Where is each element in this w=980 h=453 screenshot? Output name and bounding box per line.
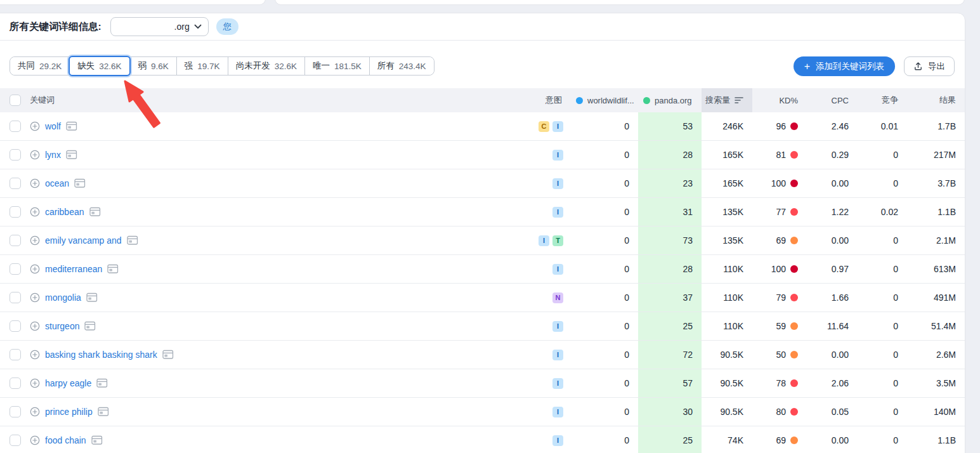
keyword-link[interactable]: emily vancamp and bbox=[45, 235, 122, 246]
row-checkbox[interactable] bbox=[10, 121, 21, 132]
intent-badge-I: I bbox=[552, 378, 563, 389]
row-checkbox[interactable] bbox=[10, 320, 21, 332]
filter-tab-尚未开发[interactable]: 尚未开发 32.6K bbox=[228, 57, 304, 75]
kd-difficulty-dot bbox=[790, 180, 798, 187]
domain-select[interactable]: .org bbox=[110, 17, 209, 36]
kd-difficulty-dot bbox=[790, 294, 798, 301]
competitor2-position: 25 bbox=[638, 312, 702, 340]
row-checkbox[interactable] bbox=[10, 378, 21, 389]
competitor1-dot bbox=[576, 97, 583, 104]
add-to-keyword-list-button[interactable]: + 添加到关键词列表 bbox=[794, 56, 895, 76]
serp-features-icon[interactable] bbox=[84, 321, 96, 331]
competitor2-position: 37 bbox=[638, 284, 702, 312]
row-checkbox[interactable] bbox=[10, 406, 21, 417]
filter-tab-所有[interactable]: 所有 243.4K bbox=[369, 57, 434, 75]
add-keyword-plus-icon[interactable] bbox=[30, 435, 40, 445]
intent-badges: I bbox=[535, 426, 571, 453]
keyword-link[interactable]: lynx bbox=[45, 150, 61, 160]
keyword-cell: basking shark basking shark bbox=[30, 341, 535, 369]
serp-features-icon[interactable] bbox=[127, 235, 138, 246]
serp-features-icon[interactable] bbox=[107, 264, 119, 274]
kd-value: 69 bbox=[776, 435, 786, 445]
masked-domain bbox=[117, 21, 174, 32]
add-keyword-plus-icon[interactable] bbox=[30, 350, 40, 360]
add-keyword-plus-icon[interactable] bbox=[30, 207, 40, 217]
serp-features-icon[interactable] bbox=[89, 207, 101, 217]
kd-cell: 100 bbox=[752, 169, 807, 197]
add-keyword-plus-icon[interactable] bbox=[30, 264, 40, 274]
intent-badge-I: I bbox=[552, 150, 563, 161]
add-keyword-plus-icon[interactable] bbox=[30, 292, 40, 303]
keyword-link[interactable]: caribbean bbox=[45, 207, 84, 217]
competition-column-header[interactable]: 竞争 bbox=[858, 88, 907, 112]
kd-cell: 59 bbox=[752, 312, 807, 340]
row-checkbox[interactable] bbox=[10, 149, 21, 161]
add-keyword-plus-icon[interactable] bbox=[30, 121, 40, 131]
intent-column-header: 意图 bbox=[535, 88, 571, 112]
serp-features-icon[interactable] bbox=[86, 292, 98, 303]
serp-features-icon[interactable] bbox=[162, 350, 174, 360]
export-button[interactable]: 导出 bbox=[904, 56, 955, 76]
table-row: emily vancamp and IT 0 73 135K 69 0.00 0… bbox=[0, 226, 965, 255]
select-all-checkbox[interactable] bbox=[10, 95, 21, 106]
serp-features-icon[interactable] bbox=[96, 378, 108, 388]
competitor1-column-header[interactable]: worldwildlif... bbox=[571, 88, 638, 112]
serp-features-icon[interactable] bbox=[66, 150, 77, 160]
competition-value: 0 bbox=[858, 426, 907, 453]
add-keyword-plus-icon[interactable] bbox=[30, 235, 40, 246]
table-row: mongolia N 0 37 110K 79 1.66 0 491M bbox=[0, 284, 965, 312]
cpc-value: 2.46 bbox=[807, 112, 858, 140]
row-checkbox[interactable] bbox=[10, 206, 21, 218]
add-keyword-plus-icon[interactable] bbox=[30, 150, 40, 160]
add-keyword-plus-icon[interactable] bbox=[30, 178, 40, 188]
cpc-column-header[interactable]: CPC bbox=[807, 88, 858, 112]
add-keyword-plus-icon[interactable] bbox=[30, 407, 40, 417]
row-checkbox[interactable] bbox=[10, 349, 21, 360]
row-checkbox[interactable] bbox=[10, 435, 21, 446]
kd-cell: 77 bbox=[752, 198, 807, 226]
kd-column-header[interactable]: KD% bbox=[752, 88, 807, 112]
table-row: sturgeon I 0 25 110K 59 11.64 0 51.4M bbox=[0, 312, 965, 341]
keyword-link[interactable]: basking shark basking shark bbox=[45, 350, 157, 360]
keyword-link[interactable]: harpy eagle bbox=[45, 378, 91, 388]
competition-value: 0 bbox=[858, 284, 907, 312]
keyword-link[interactable]: food chain bbox=[45, 435, 86, 445]
serp-features-icon[interactable] bbox=[74, 178, 86, 188]
keyword-column-header: 关键词 bbox=[30, 88, 535, 112]
row-checkbox-cell bbox=[0, 255, 30, 283]
filter-tab-弱[interactable]: 弱 9.6K bbox=[130, 57, 176, 75]
search-volume-value: 135K bbox=[702, 226, 752, 254]
toolbar: 共同 29.2K 缺失 32.6K 弱 9.6K 强 19.7K 尚未开发 32… bbox=[0, 41, 965, 88]
serp-features-icon[interactable] bbox=[98, 407, 109, 417]
keyword-cell: mongolia bbox=[30, 284, 535, 312]
table-body: wolf CI 0 53 246K 96 2.46 0.01 1.7B lynx… bbox=[0, 112, 965, 453]
keyword-link[interactable]: prince philip bbox=[45, 407, 93, 417]
keyword-link[interactable]: wolf bbox=[45, 121, 61, 131]
filter-tab-唯一[interactable]: 唯一 181.5K bbox=[304, 57, 369, 75]
row-checkbox[interactable] bbox=[10, 178, 21, 189]
keyword-link[interactable]: mediterranean bbox=[45, 264, 102, 274]
keyword-link[interactable]: ocean bbox=[45, 178, 69, 188]
export-upload-icon bbox=[913, 62, 923, 71]
serp-features-icon[interactable] bbox=[91, 435, 103, 445]
table-row: wolf CI 0 53 246K 96 2.46 0.01 1.7B bbox=[0, 112, 965, 141]
row-checkbox[interactable] bbox=[10, 292, 21, 303]
filter-tab-共同[interactable]: 共同 29.2K bbox=[10, 57, 69, 75]
results-column-header[interactable]: 结果 bbox=[907, 88, 965, 112]
keyword-cell: emily vancamp and bbox=[30, 226, 535, 254]
results-value: 2.6M bbox=[907, 341, 965, 369]
row-checkbox[interactable] bbox=[10, 263, 21, 275]
filter-tab-缺失[interactable]: 缺失 32.6K bbox=[69, 56, 130, 76]
row-checkbox[interactable] bbox=[10, 235, 21, 246]
add-keyword-plus-icon[interactable] bbox=[30, 321, 40, 331]
serp-features-icon[interactable] bbox=[66, 121, 77, 131]
add-keyword-plus-icon[interactable] bbox=[30, 378, 40, 388]
keyword-link[interactable]: sturgeon bbox=[45, 321, 79, 331]
table-header: 关键词 意图 worldwildlif... panda.org 搜索量 KD%… bbox=[0, 88, 965, 112]
row-checkbox-cell bbox=[0, 398, 30, 426]
volume-column-header[interactable]: 搜索量 bbox=[702, 88, 752, 112]
filter-tab-强[interactable]: 强 19.7K bbox=[176, 57, 228, 75]
keyword-link[interactable]: mongolia bbox=[45, 292, 81, 303]
intent-badges: I bbox=[535, 198, 571, 226]
competitor2-column-header[interactable]: panda.org bbox=[638, 88, 702, 112]
